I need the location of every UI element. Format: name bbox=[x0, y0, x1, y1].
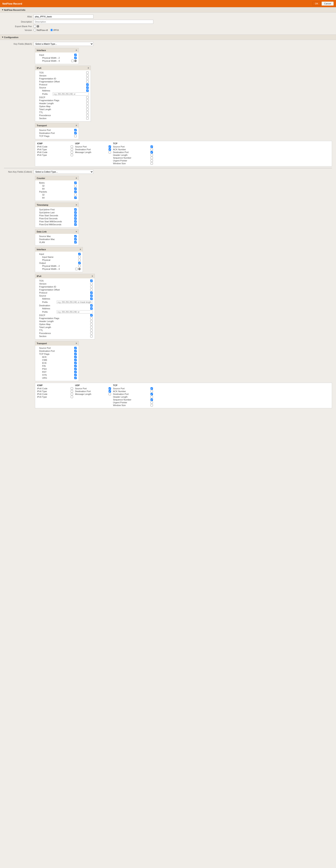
tcp2-ack-num-cb[interactable] bbox=[151, 390, 153, 393]
interface-panel-close[interactable]: × bbox=[76, 49, 77, 52]
p2-dscp-cb[interactable] bbox=[90, 314, 93, 316]
t2-ack-cb[interactable] bbox=[74, 356, 77, 358]
section-cb[interactable] bbox=[86, 117, 89, 120]
udp2-dst-port-cb[interactable] bbox=[109, 390, 111, 393]
vlan-cb[interactable] bbox=[74, 241, 77, 243]
t2-psh-cb[interactable] bbox=[74, 368, 77, 370]
version-v9-label[interactable]: NetFlow-v9 bbox=[34, 29, 48, 31]
p2-opt-map-cb[interactable] bbox=[90, 323, 93, 326]
p2-hdr-len-cb[interactable] bbox=[90, 320, 93, 322]
frag-flags-cb[interactable] bbox=[86, 99, 89, 101]
tcp-hdr-len-cb[interactable] bbox=[151, 154, 153, 156]
src-addr-cb[interactable] bbox=[86, 89, 89, 92]
counter-panel-close[interactable]: × bbox=[76, 177, 77, 180]
dscp-cb[interactable] bbox=[86, 96, 89, 99]
export-blank-pen-checkbox[interactable] bbox=[34, 25, 36, 28]
ipv4-panel-2-close[interactable]: × bbox=[92, 275, 93, 278]
data-link-panel-close[interactable]: × bbox=[76, 230, 77, 233]
transport-panel-2-close[interactable]: × bbox=[76, 342, 77, 345]
i2-input-name-cb[interactable] bbox=[78, 256, 81, 258]
t2-ece-cb[interactable] bbox=[74, 362, 77, 364]
precedence-cb[interactable] bbox=[86, 114, 89, 117]
sysup-first-cb[interactable] bbox=[74, 208, 77, 211]
interface-panel-2-close[interactable]: × bbox=[80, 248, 81, 251]
p2-tos-cb[interactable] bbox=[90, 280, 93, 282]
p2-dst-addr-cb[interactable] bbox=[90, 307, 93, 310]
tcp-urg-ptr-cb[interactable] bbox=[151, 159, 153, 162]
tcp-ack-num-cb[interactable] bbox=[151, 148, 153, 151]
description-input[interactable] bbox=[34, 20, 153, 24]
p2-dest-cb[interactable] bbox=[90, 304, 93, 307]
udp-dst-port-cb[interactable] bbox=[109, 148, 111, 151]
phys-w4-checkbox[interactable] bbox=[71, 60, 74, 62]
non-key-fields-select[interactable]: Select a Collect Type... bbox=[34, 170, 93, 174]
version-ipfix-radio[interactable] bbox=[50, 29, 53, 31]
icmp-ipv6code2-cb[interactable] bbox=[71, 151, 73, 153]
icmp2-ipv6type2-cb[interactable] bbox=[71, 396, 73, 398]
netflow-info-header[interactable]: ▾ NetFlow Record Info bbox=[0, 7, 336, 12]
t2-cwe-cb[interactable] bbox=[74, 359, 77, 361]
i2-phys-w2-cb[interactable] bbox=[78, 265, 81, 267]
tcp-win-size-cb[interactable] bbox=[151, 162, 153, 165]
p2-version-cb[interactable] bbox=[90, 283, 93, 285]
sysup-last-cb[interactable] bbox=[74, 211, 77, 214]
icmp-ipv6type2-cb[interactable] bbox=[71, 154, 73, 156]
t-tcp-flags-cb[interactable] bbox=[74, 135, 77, 137]
icmp2-ipv6code1-cb[interactable] bbox=[71, 387, 73, 390]
p2-frag-id-cb[interactable] bbox=[90, 285, 93, 288]
src-mac-cb[interactable] bbox=[74, 235, 77, 238]
p2-src-addr-cb[interactable] bbox=[90, 298, 93, 300]
i2-physical-cb[interactable] bbox=[78, 259, 81, 261]
version-v9-radio[interactable] bbox=[34, 29, 36, 31]
t2-syn-cb[interactable] bbox=[74, 374, 77, 376]
tcp2-hdr-len-cb[interactable] bbox=[151, 396, 153, 398]
t2-dst-port-cb[interactable] bbox=[74, 350, 77, 352]
key-fields-select[interactable]: Select a Match Type... bbox=[34, 42, 93, 46]
flow-end-sec-cb[interactable] bbox=[74, 217, 77, 220]
p2-dst-prefix-input[interactable] bbox=[57, 310, 93, 313]
udp-msg-len-cb[interactable] bbox=[109, 151, 111, 153]
pkt-64-cb[interactable] bbox=[74, 196, 77, 199]
protocol-cb[interactable] bbox=[86, 84, 89, 86]
p2-section-cb[interactable] bbox=[90, 335, 93, 337]
ok-button[interactable]: OK bbox=[312, 2, 321, 6]
t2-rst-cb[interactable] bbox=[74, 371, 77, 373]
frag-id-cb[interactable] bbox=[86, 78, 89, 80]
pkt-32-cb[interactable] bbox=[74, 193, 77, 196]
udp-src-port-cb[interactable] bbox=[109, 146, 111, 148]
ttl-cb[interactable] bbox=[86, 111, 89, 114]
p2-src-prefix-input[interactable] bbox=[57, 301, 93, 304]
packets-cb[interactable] bbox=[74, 191, 77, 193]
i2-output-cb[interactable] bbox=[78, 262, 81, 264]
configuration-header[interactable]: ▾ Configuration bbox=[0, 34, 336, 40]
version-ipfix-label[interactable]: IPFIX bbox=[50, 29, 59, 31]
p2-source-cb[interactable] bbox=[90, 294, 93, 297]
udp2-src-port-cb[interactable] bbox=[109, 387, 111, 390]
p2-total-len-cb[interactable] bbox=[90, 326, 93, 329]
tcp2-win-size-cb[interactable] bbox=[151, 404, 153, 406]
tcp2-dst-port-cb[interactable] bbox=[151, 393, 153, 395]
hdr-len-cb[interactable] bbox=[86, 102, 89, 104]
t2-urg-cb[interactable] bbox=[74, 377, 77, 379]
alias-input[interactable] bbox=[34, 14, 93, 19]
tcp2-src-port-cb[interactable] bbox=[151, 387, 153, 390]
p2-protocol-cb[interactable] bbox=[90, 291, 93, 294]
icmp-ipv6code1-cb[interactable] bbox=[71, 146, 73, 148]
p2-frag-off-cb[interactable] bbox=[90, 288, 93, 291]
flow-start-sec-cb[interactable] bbox=[74, 214, 77, 217]
src-prefix-input[interactable] bbox=[53, 92, 89, 96]
p2-frag-flags-cb[interactable] bbox=[90, 317, 93, 319]
tcp-dst-port-cb[interactable] bbox=[151, 151, 153, 153]
tcp-src-port-cb[interactable] bbox=[151, 146, 153, 148]
input-checkbox[interactable] bbox=[74, 54, 77, 56]
p2-ttl-cb[interactable] bbox=[90, 329, 93, 332]
p2-precedence-cb[interactable] bbox=[90, 332, 93, 335]
flow-end-ms-cb[interactable] bbox=[74, 223, 77, 226]
opt-map-cb[interactable] bbox=[86, 105, 89, 107]
udp2-msg-len-cb[interactable] bbox=[109, 393, 111, 395]
t2-src-port-cb[interactable] bbox=[74, 347, 77, 349]
t2-fin-cb[interactable] bbox=[74, 365, 77, 367]
bytes-cb[interactable] bbox=[74, 182, 77, 184]
phys-w2-checkbox[interactable] bbox=[74, 57, 77, 59]
bytes-32-cb[interactable] bbox=[74, 185, 77, 187]
